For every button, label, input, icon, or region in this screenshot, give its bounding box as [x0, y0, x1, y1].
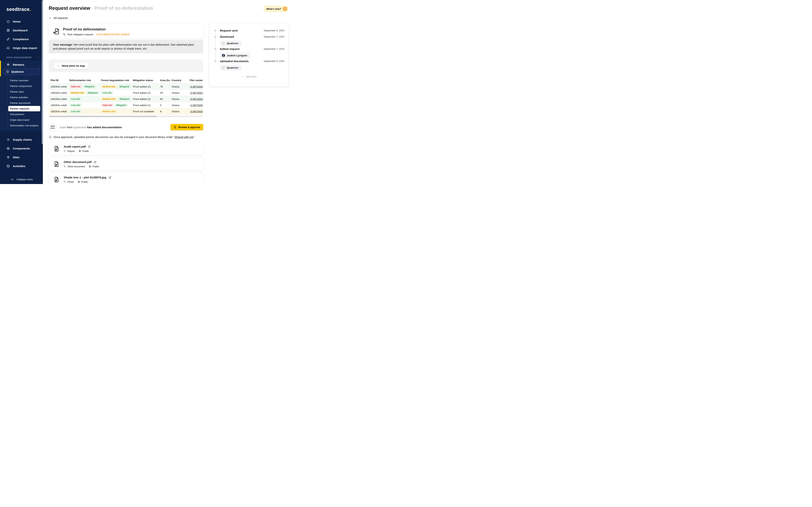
timeline-actor-label: Qualcoco: [227, 42, 239, 45]
timeline-actor-label: Qualcoco: [227, 66, 239, 69]
sidebar-item-origin-data-import[interactable]: Origin data import: [0, 44, 43, 52]
submenu-item-origin-data-import[interactable]: Origin data import: [8, 117, 40, 123]
components-icon: [6, 147, 10, 150]
chevron-up-icon: [36, 56, 39, 59]
submenu-item-partner-documents[interactable]: Partner documents: [8, 100, 40, 106]
document-meta: Other documentPublic: [64, 165, 99, 168]
sidebar-item-components[interactable]: Components: [0, 144, 43, 153]
whats-new-button[interactable]: What's new? 2: [263, 6, 289, 12]
shared-with-me-link[interactable]: Shared with me: [174, 135, 193, 138]
tag-icon: [64, 165, 66, 168]
column-header-mitigation-status: Mitigation status: [131, 77, 158, 83]
area-cell: 62: [158, 96, 170, 102]
sidebar-item-compliance[interactable]: Compliance: [0, 35, 43, 44]
supply-chains-icon: [6, 138, 10, 142]
plot-center-cell: -0.9972830,: [188, 90, 203, 96]
document-card-body: Other document.pdfOther documentPublic: [64, 160, 99, 168]
whats-new-label: What's new?: [266, 7, 281, 10]
data-management-section[interactable]: DATA MANAGEMENT: [0, 52, 43, 61]
request-type-label: Risk mitigation request: [67, 33, 93, 36]
mitigation-status-cell: Proof not available: [131, 108, 158, 115]
map-toggle-section: Show plots on map: [49, 60, 203, 72]
sidebar-item-label: Activities: [13, 165, 26, 168]
document-card[interactable]: Other document.pdfOther documentPublic: [49, 158, 203, 170]
submenu-item-partner-requests[interactable]: Partner requests: [8, 106, 40, 111]
document-card[interactable]: Shade tree 1 - plot 9128879.jpgPhotoPubl…: [49, 173, 203, 184]
qualcoco-logo-icon: [222, 66, 225, 69]
plot-center-link[interactable]: -0.9972830,: [190, 110, 203, 113]
approval-info-row: Once approved, uploaded partner document…: [49, 135, 203, 138]
column-header-deforestation-risk: Deforestation risk: [67, 77, 99, 83]
risk-pill-low-risk: Low risk: [69, 110, 82, 113]
document-name-text: Other document.pdf: [64, 160, 92, 164]
document-icon: [53, 160, 60, 168]
risk-pill-medium-risk: Medium risk: [101, 110, 117, 113]
document-name: Shade tree 1 - plot 9128879.jpg: [64, 176, 111, 179]
submenu-item-partner-activities[interactable]: Partner activities: [8, 95, 40, 100]
show-plots-on-map-button[interactable]: Show plots on map: [53, 62, 89, 69]
deforestation-risk-cell: Low risk: [67, 96, 99, 102]
logo-dot: .: [30, 6, 31, 12]
document-card-body: Audit report.pdfReportPublic: [64, 145, 91, 153]
country-cell: Ghana: [170, 90, 188, 96]
sidebar-scrollbar[interactable]: [42, 0, 43, 144]
document-name-text: Audit report.pdf: [64, 145, 86, 148]
table-row: 169283c-e4d4Low riskHigh riskMitigatedPr…: [49, 102, 203, 108]
sidebar-item-home[interactable]: Home: [0, 17, 43, 26]
message-label: Your message:: [53, 43, 73, 46]
document-visibility-label: Public: [93, 165, 99, 168]
active-section-accent-bar: [0, 61, 1, 76]
document-card[interactable]: Audit report.pdfReportPublic: [49, 142, 203, 155]
column-header-plot-id: Plot ID: [49, 77, 67, 83]
plot-center-link[interactable]: -0.9972830,: [190, 85, 203, 88]
table-row: 169283c-e4d4High riskMitigatedMedium ris…: [49, 83, 203, 90]
request-message-box: Your message: We need proof that the plo…: [49, 40, 203, 54]
risk-pill-low-risk: Low risk: [69, 104, 82, 107]
sidebar-item-activities[interactable]: Activities: [0, 162, 43, 170]
submenu-item-partner-components[interactable]: Partner components: [8, 83, 40, 89]
table-header-row: Plot IDDeforestation riskForest degradat…: [49, 77, 203, 83]
collapse-menu-button[interactable]: Collapse menu: [0, 175, 43, 184]
timeline-column: Request sentSeptember 6, 2020DismissedSe…: [209, 24, 289, 87]
back-to-all-requests-link[interactable]: All requests: [49, 16, 68, 19]
table-scrollbar-thumb[interactable]: [49, 116, 157, 117]
plot-center-link[interactable]: -0.9972830,: [190, 104, 203, 107]
review-approve-label: Review & approve: [179, 126, 200, 129]
main-content: Request overview - Proof of no deforesta…: [43, 0, 295, 184]
action-text: has added documentation: [87, 126, 122, 129]
info-suffix: ”.: [193, 135, 195, 138]
document-icon: [53, 176, 60, 183]
plot-id-cell: 169283c-e4d4: [49, 90, 67, 96]
submenu-item-partner-overview[interactable]: Partner overview: [8, 78, 40, 83]
timeline-gap: [220, 33, 285, 35]
import-icon: [6, 46, 10, 50]
sidebar-item-supply-chains[interactable]: Supply chains: [0, 135, 43, 144]
document-visibility-label: Public: [82, 150, 89, 153]
plot-id-cell: 169283c-e4d4: [49, 96, 67, 102]
document-visibility: Public: [78, 180, 88, 183]
deforestation-risk-cell: Low risk: [67, 108, 99, 115]
org-name: Qualcoco: [73, 126, 86, 129]
dashboard-icon: [6, 29, 10, 32]
avatar-line1: Qual: [51, 125, 55, 127]
degradation-risk-cell: Medium riskMitigated: [99, 83, 131, 90]
see-less-button[interactable]: See less: [209, 75, 289, 78]
review-approve-button[interactable]: Review & approve: [170, 124, 203, 130]
sidebar-item-dashboard[interactable]: Dashboard: [0, 26, 43, 35]
submenu-item-sub-partners[interactable]: Sub-partners: [8, 112, 40, 117]
plot-center-link[interactable]: -0.9972830,: [190, 98, 203, 101]
plot-center-link[interactable]: -0.9972830,: [190, 92, 203, 94]
submenu-item-partner-sites[interactable]: Partner sites: [8, 89, 40, 95]
sidebar-item-sites[interactable]: Sites: [0, 153, 43, 162]
table-row: 169283c-e4d4Medium riskMitigatedLow risk…: [49, 90, 203, 96]
partner-selector-qualcoco[interactable]: Qualcoco: [3, 68, 40, 75]
partners-label: Partners: [13, 63, 24, 66]
submenu-item-deforestation-risk-analysis[interactable]: Deforestation risk analysis: [8, 123, 40, 128]
timeline-event-uploaded-documents: Uploaded documentsSeptember 8, 2020Qualc…: [209, 59, 289, 71]
sidebar: seedtrace. HomeDashboardComplianceOrigin…: [0, 0, 43, 184]
deforestation-risk-cell: High riskMitigated: [67, 83, 99, 90]
mitigation-status-cell: Proof added (2): [131, 90, 158, 96]
person-icon: [222, 54, 225, 57]
sidebar-item-partners[interactable]: Partners: [0, 61, 43, 68]
globe-icon: [78, 181, 80, 183]
